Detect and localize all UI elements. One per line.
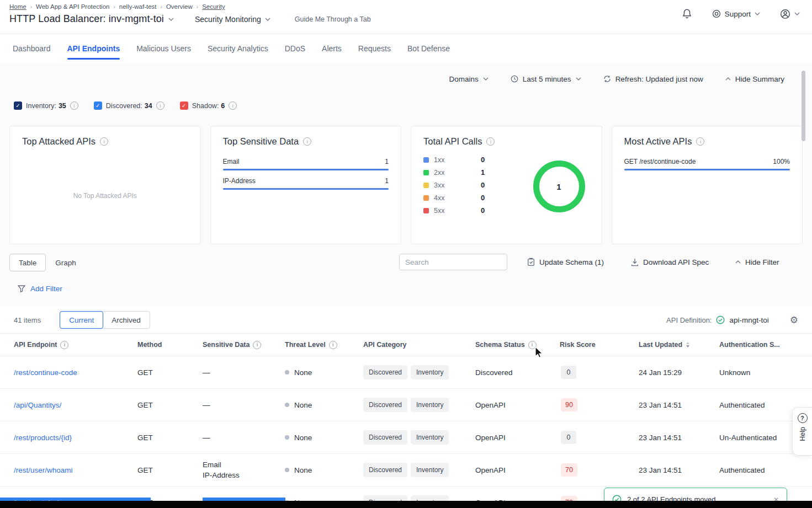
schema-status-cell: Discovered: [475, 368, 560, 377]
hide-summary-button[interactable]: Hide Summary: [725, 75, 784, 83]
breadcrumb-security[interactable]: Security: [202, 3, 225, 10]
refresh-button[interactable]: Refresh: Updated just now: [603, 75, 703, 83]
view-toggle: Table Graph: [9, 254, 86, 271]
checkbox-inventory[interactable]: ✓: [14, 101, 22, 110]
col-api-category[interactable]: API Category: [363, 341, 475, 349]
guide-link[interactable]: Guide Me Through a Tab: [295, 15, 371, 23]
hide-filter-button[interactable]: Hide Filter: [735, 254, 779, 270]
column-label: Last Updated: [639, 341, 682, 349]
breadcrumb-lb[interactable]: nelly-waf-test: [119, 3, 157, 10]
time-range-dropdown[interactable]: Last 5 minutes: [511, 75, 581, 83]
col-schema-status[interactable]: Schema Status i: [475, 341, 560, 349]
bar-value: 1: [385, 158, 389, 165]
table-row[interactable]: /rest/continue-code GET — None Discovere…: [0, 356, 812, 389]
bar: [223, 169, 389, 170]
breadcrumb-waap[interactable]: Web App & API Protection: [36, 3, 109, 10]
info-icon[interactable]: i: [696, 137, 704, 146]
column-label: Authentication S...: [719, 341, 780, 349]
breadcrumb-overview[interactable]: Overview: [166, 3, 193, 10]
threat-dot: [285, 435, 289, 440]
api-endpoint-link[interactable]: /rest/continue-code: [14, 368, 137, 377]
info-icon[interactable]: i: [486, 137, 495, 146]
view-table-button[interactable]: Table: [9, 254, 46, 271]
summary-toolbar: Domains Last 5 minutes Refresh: Updated …: [0, 65, 784, 93]
tab-ddos[interactable]: DDoS: [285, 34, 305, 63]
info-icon[interactable]: i: [303, 137, 311, 146]
info-icon[interactable]: i: [70, 101, 78, 110]
sensitive-data-cell: Email IP-Address: [203, 459, 285, 480]
filter-shadow[interactable]: ✓ Shadow: 6 i: [180, 101, 237, 110]
table-row[interactable]: /rest/user/whoami GET Email IP-Address N…: [0, 454, 812, 486]
api-definition-value[interactable]: api-mngt-toi: [729, 316, 768, 324]
scrollbar-thumb[interactable]: [802, 71, 805, 141]
checkbox-shadow[interactable]: ✓: [180, 101, 188, 110]
api-endpoint-link[interactable]: /rest/products/{id}: [14, 434, 137, 442]
add-filter-button[interactable]: Add Filter: [18, 285, 62, 293]
view-graph-button[interactable]: Graph: [46, 254, 86, 271]
search-input[interactable]: [399, 254, 507, 270]
api-endpoint-link[interactable]: /rest/user/whoami: [14, 466, 137, 474]
info-icon[interactable]: i: [229, 101, 237, 110]
info-icon[interactable]: i: [156, 101, 164, 110]
category-chip: Discovered: [363, 430, 407, 445]
time-range-label: Last 5 minutes: [523, 75, 571, 83]
chevron-down-icon: [483, 77, 489, 81]
info-icon[interactable]: i: [60, 341, 68, 349]
monitoring-dropdown[interactable]: Security Monitoring: [195, 15, 270, 24]
search-box: [399, 254, 507, 270]
col-sensitive-data[interactable]: Sensitive Data i: [203, 341, 285, 349]
update-schema-button[interactable]: Update Schema (1): [527, 254, 604, 270]
add-filter-label: Add Filter: [30, 285, 62, 293]
current-archived-toggle: Current Archived: [60, 311, 150, 329]
col-api-endpoint[interactable]: API Endpoint i: [14, 341, 137, 349]
title-row: HTTP Load Balancer: inv-mgmt-toi Securit…: [9, 13, 371, 25]
threat-label: None: [294, 401, 312, 409]
tab-alerts[interactable]: Alerts: [322, 34, 342, 63]
sensitive-data-cell: —: [203, 400, 285, 410]
sort-icon[interactable]: [686, 341, 690, 348]
support-menu[interactable]: Support: [712, 9, 760, 18]
tab-malicious-users[interactable]: Malicious Users: [136, 34, 191, 63]
gear-icon[interactable]: ⚙: [790, 316, 798, 325]
card-title: Total API Calls: [423, 136, 482, 147]
filter-discovered[interactable]: ✓ Discovered: 34 i: [94, 101, 164, 110]
account-menu[interactable]: [780, 9, 800, 19]
tab-archived[interactable]: Archived: [103, 312, 150, 328]
authentication-cell: Authenticated: [719, 466, 798, 474]
tab-dashboard[interactable]: Dashboard: [13, 34, 51, 63]
filter-inventory[interactable]: ✓ Inventory: 35 i: [14, 101, 78, 110]
tab-security-analytics[interactable]: Security Analytics: [208, 34, 268, 63]
info-icon[interactable]: i: [100, 137, 108, 146]
domains-dropdown[interactable]: Domains: [449, 75, 489, 83]
col-authentication[interactable]: Authentication S...: [719, 341, 798, 349]
table-meta-row: 41 items Current Archived API Definition…: [0, 307, 812, 333]
table-row[interactable]: /rest/products/{id} GET — None Discovere…: [0, 421, 812, 454]
bottom-black-bar: [0, 501, 812, 508]
tab-bot-defense[interactable]: Bot Defense: [407, 34, 450, 63]
api-calls-donut-chart: 1: [533, 161, 585, 212]
info-icon[interactable]: i: [528, 341, 537, 349]
threat-label: None: [294, 466, 312, 474]
col-last-updated[interactable]: Last Updated: [639, 341, 719, 349]
risk-score-cell: 70: [560, 463, 639, 477]
info-icon[interactable]: i: [253, 341, 261, 349]
col-method[interactable]: Method: [137, 341, 203, 349]
tab-current[interactable]: Current: [60, 311, 103, 329]
download-api-spec-button[interactable]: Download API Spec: [631, 254, 709, 270]
tab-requests[interactable]: Requests: [358, 34, 391, 63]
title-chevron-down-icon[interactable]: [168, 18, 174, 21]
threat-dot: [285, 370, 289, 375]
api-endpoint-link[interactable]: /api/Quantitys/: [14, 401, 137, 409]
col-risk-score[interactable]: Risk Score: [560, 341, 639, 349]
notifications-bell-icon[interactable]: [682, 8, 692, 19]
legend-value: 0: [481, 156, 485, 164]
bar-value: 100%: [773, 158, 790, 165]
breadcrumb-home[interactable]: Home: [9, 3, 26, 10]
help-button[interactable]: ? Help: [792, 407, 812, 456]
tab-api-endpoints[interactable]: API Endpoints: [67, 34, 120, 63]
checkbox-discovered[interactable]: ✓: [94, 101, 102, 110]
filter-count: 34: [145, 102, 152, 110]
info-icon[interactable]: i: [329, 341, 337, 349]
table-row[interactable]: /api/Quantitys/ GET — None Discovered In…: [0, 389, 812, 421]
col-threat-level[interactable]: Threat Level i: [285, 341, 363, 349]
